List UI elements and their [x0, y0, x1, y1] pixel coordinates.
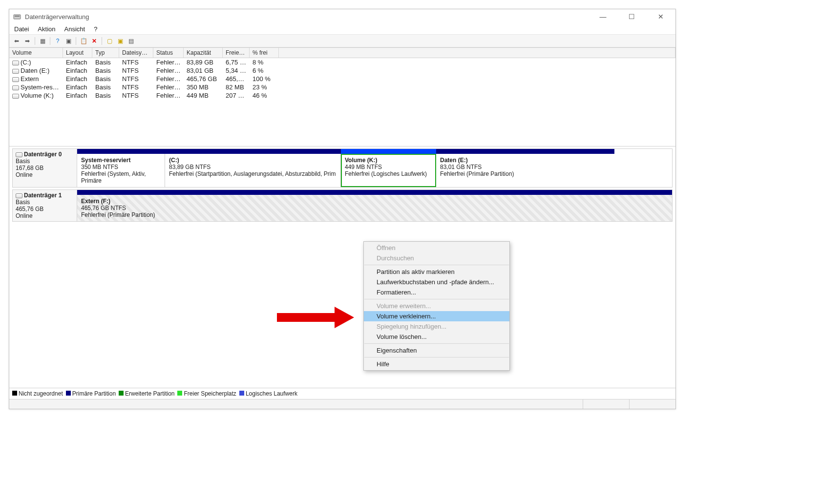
menu-item: Volume erweitern... — [364, 301, 509, 311]
svg-rect-0 — [14, 15, 21, 19]
disk-icon — [16, 152, 22, 157]
menu-item[interactable]: Volume löschen... — [364, 332, 509, 342]
table-row[interactable]: ExternEinfachBasisNTFSFehlerfr...465,76 … — [9, 75, 675, 83]
legend: Nicht zugeordnetPrimäre PartitionErweite… — [9, 388, 675, 399]
context-menu: ÖffnenDurchsuchenPartition als aktiv mar… — [363, 241, 510, 371]
svg-rect-1 — [15, 16, 20, 17]
legend-item: Nicht zugeordnet — [12, 390, 63, 397]
column-header[interactable]: Dateisyst... — [119, 48, 153, 58]
partition[interactable]: Extern (F:)465,76 GB NTFSFehlerfrei (Pri… — [77, 195, 672, 221]
properties-button[interactable]: 📋 — [79, 37, 88, 45]
column-header[interactable]: Typ — [92, 48, 119, 58]
help-button[interactable]: ? — [53, 37, 62, 45]
menu-datei[interactable]: Datei — [14, 25, 29, 33]
legend-item: Erweiterte Partition — [119, 390, 174, 397]
legend-item: Freier Speicherplatz — [177, 390, 236, 397]
column-header[interactable]: Kapazität — [184, 48, 223, 58]
show-tree-button[interactable]: ▦ — [38, 37, 47, 45]
app-window: Datenträgerverwaltung — ☐ ✕ DateiAktionA… — [9, 9, 676, 409]
menu-ansicht[interactable]: Ansicht — [64, 25, 85, 33]
menu-item[interactable]: Partition als aktiv markieren — [364, 267, 509, 277]
maximize-button[interactable]: ☐ — [621, 10, 643, 23]
drive-icon — [12, 94, 19, 99]
back-button[interactable]: ⬅ — [12, 37, 21, 45]
disk-icon — [16, 193, 22, 198]
column-header[interactable]: Freier ... — [223, 48, 250, 58]
close-button[interactable]: ✕ — [650, 10, 672, 23]
minimize-button[interactable]: — — [592, 10, 614, 23]
toolbar: ⬅ ➡ ▦ ? ▣ 📋 ✕ ▢ ▣ ▤ — [9, 35, 675, 47]
menu-?[interactable]: ? — [94, 25, 97, 33]
column-header[interactable]: Status — [153, 48, 184, 58]
partition[interactable]: Volume (K:)449 MB NTFSFehlerfrei (Logisc… — [341, 154, 436, 187]
menu-item[interactable]: Hilfe — [364, 359, 509, 369]
menu-item: Spiegelung hinzufügen... — [364, 321, 509, 332]
column-header[interactable]: Volume — [9, 48, 63, 58]
menu-item[interactable]: Eigenschaften — [364, 345, 509, 356]
table-row[interactable]: Volume (K:)EinfachBasisNTFSFehlerfr...44… — [9, 91, 675, 100]
disk-map: Datenträger 0Basis167,68 GBOnlineSystem-… — [9, 147, 675, 388]
action1-button[interactable]: ▢ — [105, 37, 114, 45]
menu-item[interactable]: Formatieren... — [364, 287, 509, 297]
menu-item: Durchsuchen — [364, 253, 509, 263]
drive-icon — [12, 69, 19, 74]
menu-item: Öffnen — [364, 243, 509, 253]
disk-info[interactable]: Datenträger 0Basis167,68 GBOnline — [12, 148, 77, 188]
table-row[interactable]: (C:)EinfachBasisNTFSFehlerfr...83,89 GB6… — [9, 58, 675, 66]
legend-item: Primäre Partition — [66, 390, 116, 397]
volume-table: VolumeLayoutTypDateisyst...StatusKapazit… — [9, 48, 675, 147]
delete-button[interactable]: ✕ — [90, 37, 99, 45]
forward-button[interactable]: ➡ — [23, 37, 32, 45]
legend-item: Logisches Laufwerk — [239, 390, 297, 397]
disk-info[interactable]: Datenträger 1Basis465,76 GBOnline — [12, 189, 77, 222]
app-icon — [13, 13, 21, 21]
refresh-button[interactable]: ▣ — [64, 37, 73, 45]
drive-icon — [12, 61, 19, 65]
status-bar — [9, 399, 675, 409]
table-row[interactable]: Daten (E:)EinfachBasisNTFSFehlerfr...83,… — [9, 66, 675, 75]
titlebar: Datenträgerverwaltung — ☐ ✕ — [9, 9, 675, 24]
drive-icon — [12, 85, 19, 90]
menubar: DateiAktionAnsicht? — [9, 24, 675, 35]
partition[interactable]: Daten (E:)83,01 GB NTFSFehlerfrei (Primä… — [436, 154, 614, 187]
column-header[interactable]: Layout — [63, 48, 92, 58]
action2-button[interactable]: ▣ — [116, 37, 125, 45]
table-row[interactable]: System-reservi...EinfachBasisNTFSFehlerf… — [9, 83, 675, 91]
column-header[interactable]: % frei — [250, 48, 279, 58]
menu-aktion[interactable]: Aktion — [38, 25, 55, 33]
action3-button[interactable]: ▤ — [126, 37, 135, 45]
menu-item[interactable]: Laufwerkbuchstaben und -pfade ändern... — [364, 277, 509, 287]
partition[interactable]: (C:)83,89 GB NTFSFehlerfrei (Startpartit… — [165, 154, 341, 187]
menu-item[interactable]: Volume verkleinern... — [364, 311, 509, 321]
partition[interactable]: System-reserviert350 MB NTFSFehlerfrei (… — [77, 154, 165, 187]
drive-icon — [12, 77, 19, 82]
window-title: Datenträgerverwaltung — [25, 13, 592, 21]
